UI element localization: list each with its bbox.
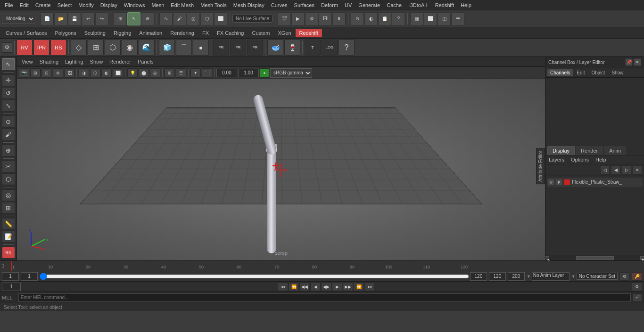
layer-item-flexible-straw[interactable]: V P Flexible_Plastic_Straw_ — [546, 177, 643, 187]
next-key-button[interactable]: ⏩ — [354, 283, 364, 291]
measure-lt[interactable]: 📏 — [2, 218, 15, 230]
layer-tab-display[interactable]: Display — [547, 146, 575, 155]
vp-menu-panels[interactable]: Panels — [135, 58, 157, 65]
vp-ao-button[interactable]: ◎ — [150, 68, 160, 78]
char-set-label[interactable]: No Character Set — [577, 273, 618, 280]
ipr-render-button[interactable]: ▶ — [291, 12, 305, 25]
menu-mesh[interactable]: Mesh — [149, 1, 167, 9]
render-view-button[interactable]: 🎬 — [278, 12, 291, 25]
shelf-rs-2[interactable]: ⊞ — [88, 40, 104, 56]
workspace-dropdown[interactable]: Modeling — [2, 14, 35, 24]
shelf-rs-pr3[interactable]: PR — [247, 40, 263, 56]
shelf-rs-3[interactable]: ⬡ — [105, 40, 121, 56]
current-frame-input[interactable] — [2, 272, 19, 281]
auto-key-button[interactable]: 🔑 — [632, 272, 642, 281]
rs-log-button[interactable]: 📋 — [378, 12, 391, 25]
vp-menu-renderer[interactable]: Renderer — [107, 58, 134, 65]
right-panel-scrollbar[interactable]: ◄ ► — [545, 255, 644, 260]
frame-max-input[interactable] — [508, 272, 525, 281]
vp-frame-all-button[interactable]: ⊞ — [30, 68, 41, 78]
open-scene-button[interactable]: 📂 — [54, 12, 67, 25]
go-to-end-button[interactable]: ⏭ — [364, 283, 375, 291]
step-back-button[interactable]: ◀◀ — [299, 283, 310, 291]
play-back-button[interactable]: ◀▶ — [321, 283, 331, 291]
vp-shaded-button[interactable]: ◐ — [101, 68, 112, 78]
rotate-tool-lt[interactable]: ↺ — [2, 87, 15, 99]
shelf-tab-sculpting[interactable]: Sculpting — [81, 29, 109, 37]
shelf-tab-animation[interactable]: Animation — [135, 29, 166, 37]
key-time-button[interactable]: ⚙ — [619, 272, 630, 281]
command-field[interactable] — [18, 293, 631, 302]
shelf-rs-settings[interactable]: RS — [50, 40, 66, 56]
shelf-rs-text[interactable]: T — [305, 40, 321, 56]
shelf-rs-log2[interactable]: LOG — [322, 40, 338, 56]
play-forward-button[interactable]: ▶ — [332, 283, 342, 291]
shelf-tab-xgen[interactable]: XGen — [274, 29, 295, 37]
cb-tab-channels[interactable]: Channels — [547, 69, 573, 76]
rs-help-button[interactable]: ? — [392, 12, 405, 25]
connect-lt[interactable]: ⬡ — [2, 173, 15, 185]
vp-camera-button[interactable]: 📷 — [19, 68, 29, 78]
playback-speed-button[interactable]: ⚙ — [632, 283, 642, 291]
menu-mesh-display[interactable]: Mesh Display — [231, 1, 267, 9]
multi-cut-lt[interactable]: ✂ — [2, 161, 15, 172]
menu-cache[interactable]: Cache — [384, 1, 405, 9]
layer-new-layer-button[interactable]: ▷ — [622, 165, 631, 175]
vp-isolate-button[interactable]: ◑ — [79, 68, 89, 78]
vp-menu-lighting[interactable]: Lighting — [62, 58, 86, 65]
vp-srgb-icon[interactable]: ● — [260, 68, 269, 78]
marquee-select-button[interactable]: ⬜ — [214, 12, 227, 25]
menu-uv[interactable]: UV — [342, 1, 355, 9]
menu-edit-mesh[interactable]: Edit Mesh — [168, 1, 197, 9]
cb-tab-edit[interactable]: Edit — [574, 69, 587, 76]
vp-menu-view[interactable]: View — [19, 58, 36, 65]
shelf-tab-fx[interactable]: FX — [198, 29, 213, 37]
shelf-rs-pr2[interactable]: PR — [230, 40, 246, 56]
paint-weights-lt[interactable]: 🖌 — [2, 129, 15, 140]
rs-sphere-button[interactable]: ⊙ — [351, 12, 364, 25]
layer-new-empty-button[interactable]: ◁ — [600, 165, 610, 175]
render-seq-button[interactable]: 🎞 — [319, 12, 332, 25]
layer-tab-anim[interactable]: Anim — [604, 146, 626, 155]
menu-mesh-tools[interactable]: Mesh Tools — [198, 1, 229, 9]
menu-create[interactable]: Create — [33, 1, 54, 9]
shelf-rs-circle[interactable]: ● — [193, 40, 209, 56]
vp-hud-button[interactable]: ☰ — [176, 68, 186, 78]
redo-button[interactable]: ↪ — [95, 12, 108, 25]
scroll-thumb[interactable] — [576, 256, 614, 260]
shelf-rs-5[interactable]: 🌊 — [139, 40, 155, 56]
frame-end-input[interactable] — [489, 272, 506, 281]
new-scene-button[interactable]: 📄 — [41, 12, 54, 25]
rs-material-button[interactable]: ◐ — [364, 12, 378, 25]
vp-menu-shading[interactable]: Shading — [37, 58, 61, 65]
layer-subtab-layers[interactable]: Layers — [547, 156, 566, 163]
paint-select-button[interactable]: 🖌 — [173, 12, 186, 25]
layer-subtab-options[interactable]: Options — [570, 156, 590, 163]
render-settings-button[interactable]: ⚙ — [305, 12, 318, 25]
go-to-start-button[interactable]: ⏮ — [278, 283, 288, 291]
vp-shadows-button[interactable]: ⬤ — [139, 68, 149, 78]
frame-range-end-input[interactable] — [470, 272, 487, 281]
shelf-tab-polygons[interactable]: Polygons — [51, 29, 80, 37]
soft-select-button[interactable]: ◎ — [187, 12, 200, 25]
vp-value1-input[interactable] — [216, 69, 237, 77]
shelf-tab-custom[interactable]: Custom — [248, 29, 274, 37]
vp-sel-hilite-button[interactable]: ⬛ — [202, 68, 212, 78]
move-tool-lt[interactable]: ✛ — [2, 74, 15, 86]
rs-material-lt[interactable]: RS — [2, 247, 15, 259]
menu-generate[interactable]: Generate — [355, 1, 383, 9]
shelf-rs-pr1[interactable]: PR — [213, 40, 229, 56]
vp-wireframe-button[interactable]: ⬡ — [90, 68, 100, 78]
show-manipulator-lt[interactable]: ◎ — [2, 189, 15, 201]
shelf-rs-4[interactable]: ◉ — [122, 40, 138, 56]
shelf-tab-rendering[interactable]: Rendering — [166, 29, 198, 37]
select-tool-button[interactable]: ↖ — [127, 12, 140, 25]
scroll-right-button[interactable]: ► — [640, 256, 644, 260]
undo-button[interactable]: ↩ — [82, 12, 95, 25]
input-output-button[interactable]: ⬜ — [424, 12, 437, 25]
menu-select[interactable]: Select — [55, 1, 75, 9]
shelf-rs-ipr[interactable]: IPR — [33, 40, 50, 56]
custom-transform-lt[interactable]: ⊞ — [2, 202, 15, 214]
layer-playback-button[interactable]: P — [556, 179, 562, 186]
shelf-rs-bend[interactable]: ⌒ — [176, 40, 192, 56]
